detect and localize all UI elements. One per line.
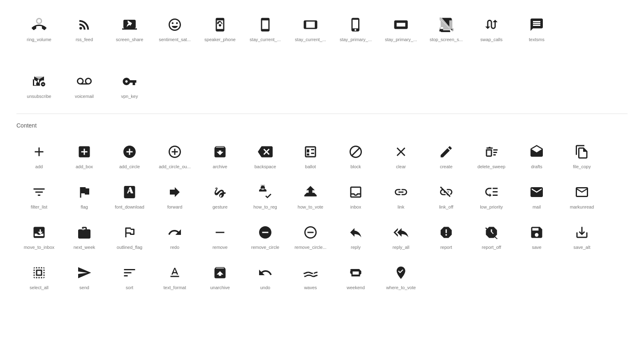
icon-item-filter-list[interactable]: filter_list	[16, 176, 62, 216]
remove-circle-outline-icon	[303, 223, 318, 242]
inbox-label: inbox	[350, 204, 361, 209]
add-circle-outline-icon	[167, 142, 182, 162]
icon-item-link-off[interactable]: link_off	[424, 176, 469, 216]
icon-item-reply-all[interactable]: reply_all	[378, 216, 424, 256]
icon-item-markunread[interactable]: markunread	[559, 176, 605, 216]
icon-item-add[interactable]: add	[16, 135, 62, 176]
text-format-label: text_format	[163, 285, 186, 290]
icon-item-speaker-phone[interactable]: speaker_phone	[197, 8, 243, 49]
icon-item-report-off[interactable]: report_off	[469, 216, 514, 256]
icon-item-stay-current-2[interactable]: stay_current_...	[288, 8, 333, 49]
screen-share-label: screen_share	[116, 37, 144, 42]
remove-icon	[213, 223, 227, 242]
reply-all-label: reply_all	[393, 245, 410, 250]
rss-feed-icon	[77, 15, 92, 35]
save-alt-label: save_alt	[574, 245, 591, 250]
waves-icon	[303, 263, 318, 283]
icon-item-text-format[interactable]: text_format	[152, 256, 197, 297]
waves-label: waves	[304, 285, 317, 290]
icon-item-inbox[interactable]: inbox	[333, 176, 378, 216]
icon-grid-comm2: unsubscribe voicemail vpn_key	[16, 65, 628, 105]
icon-item-save[interactable]: save	[514, 216, 559, 256]
icon-item-flag[interactable]: flag	[62, 176, 107, 216]
icon-item-voicemail[interactable]: voicemail	[62, 65, 107, 105]
outlined-flag-icon	[122, 223, 137, 242]
icon-item-clear[interactable]: clear	[378, 135, 424, 176]
icon-item-textsms[interactable]: textsms	[514, 8, 559, 49]
icon-item-drafts[interactable]: drafts	[514, 135, 559, 176]
link-off-icon	[439, 182, 454, 202]
icon-item-weekend[interactable]: weekend	[333, 256, 378, 297]
report-off-label: report_off	[482, 245, 501, 250]
icon-item-move-to-inbox[interactable]: move_to_inbox	[16, 216, 62, 256]
undo-icon	[258, 263, 273, 283]
icon-item-screen-share[interactable]: screen_share	[107, 8, 152, 49]
send-label: send	[79, 285, 89, 290]
icon-item-add-box[interactable]: add_box	[62, 135, 107, 176]
icon-item-stay-primary-1[interactable]: stay_primary_...	[333, 8, 378, 49]
drafts-icon	[529, 142, 544, 162]
icon-item-save-alt[interactable]: save_alt	[559, 216, 605, 256]
link-off-label: link_off	[439, 204, 454, 209]
icon-item-undo[interactable]: undo	[243, 256, 288, 297]
report-icon	[439, 223, 454, 242]
icon-item-select-all[interactable]: select_all	[16, 256, 62, 297]
low-priority-label: low_priority	[480, 204, 503, 209]
icon-item-how-to-reg[interactable]: how_to_reg	[243, 176, 288, 216]
select-all-label: select_all	[30, 285, 49, 290]
icon-item-add-circle-outline[interactable]: add_circle_ou...	[152, 135, 197, 176]
icon-item-add-circle[interactable]: add_circle	[107, 135, 152, 176]
icon-item-vpn-key[interactable]: vpn_key	[107, 65, 152, 105]
icon-item-gesture[interactable]: gesture	[197, 176, 243, 216]
sentiment-sat-label: sentiment_sat...	[159, 37, 191, 42]
icon-item-stay-current-1[interactable]: stay_current_...	[243, 8, 288, 49]
icon-item-low-priority[interactable]: low_priority	[469, 176, 514, 216]
icon-item-report[interactable]: report	[424, 216, 469, 256]
icon-item-sort[interactable]: sort	[107, 256, 152, 297]
icon-item-stay-primary-2[interactable]: stay_primary_...	[378, 8, 424, 49]
vpn-key-icon	[122, 72, 137, 91]
vpn-key-label: vpn_key	[121, 94, 138, 99]
icon-item-remove[interactable]: remove	[197, 216, 243, 256]
icon-item-mail[interactable]: mail	[514, 176, 559, 216]
icon-item-redo[interactable]: redo	[152, 216, 197, 256]
icon-item-next-week[interactable]: next_week	[62, 216, 107, 256]
communication-section-2: unsubscribe voicemail vpn_key	[0, 57, 644, 114]
icon-item-unsubscribe[interactable]: unsubscribe	[16, 65, 62, 105]
icon-item-stop-screen-share[interactable]: stop_screen_s...	[424, 8, 469, 49]
icon-item-rss-feed[interactable]: rss_feed	[62, 8, 107, 49]
reply-all-icon	[394, 223, 408, 242]
icon-item-forward[interactable]: forward	[152, 176, 197, 216]
icon-item-file-copy[interactable]: file_copy	[559, 135, 605, 176]
icon-item-sentiment-sat[interactable]: sentiment_sat...	[152, 8, 197, 49]
textsms-label: textsms	[529, 37, 544, 42]
icon-item-send[interactable]: send	[62, 256, 107, 297]
icon-item-remove-circle-outline[interactable]: remove_circle...	[288, 216, 333, 256]
icon-item-where-to-vote[interactable]: where_to_vote	[378, 256, 424, 297]
how-to-reg-icon	[258, 182, 273, 202]
icon-item-unarchive[interactable]: unarchive	[197, 256, 243, 297]
undo-label: undo	[260, 285, 270, 290]
icon-item-how-to-vote[interactable]: how_to_vote	[288, 176, 333, 216]
send-icon	[77, 263, 92, 283]
icon-item-font-download[interactable]: font_download	[107, 176, 152, 216]
icon-item-remove-circle[interactable]: remove_circle	[243, 216, 288, 256]
icon-grid-content: add add_box add_circle add_circle_ou...	[16, 135, 628, 297]
icon-item-link[interactable]: link	[378, 176, 424, 216]
icon-item-create[interactable]: create	[424, 135, 469, 176]
icon-item-delete-sweep[interactable]: delete_sweep	[469, 135, 514, 176]
icon-item-outlined-flag[interactable]: outlined_flag	[107, 216, 152, 256]
icon-item-waves[interactable]: waves	[288, 256, 333, 297]
font-download-icon	[122, 182, 137, 202]
speaker-phone-icon	[213, 15, 227, 35]
icon-item-backspace[interactable]: backspace	[243, 135, 288, 176]
textsms-icon	[529, 15, 544, 35]
icon-item-ballot[interactable]: ballot	[288, 135, 333, 176]
icon-item-block[interactable]: block	[333, 135, 378, 176]
redo-label: redo	[170, 245, 179, 250]
icon-item-archive[interactable]: archive	[197, 135, 243, 176]
icon-item-swap-calls[interactable]: swap_calls	[469, 8, 514, 49]
select-all-icon	[32, 263, 46, 283]
icon-item-reply[interactable]: reply	[333, 216, 378, 256]
icon-item-ring-volume[interactable]: ring_volume	[16, 8, 62, 49]
